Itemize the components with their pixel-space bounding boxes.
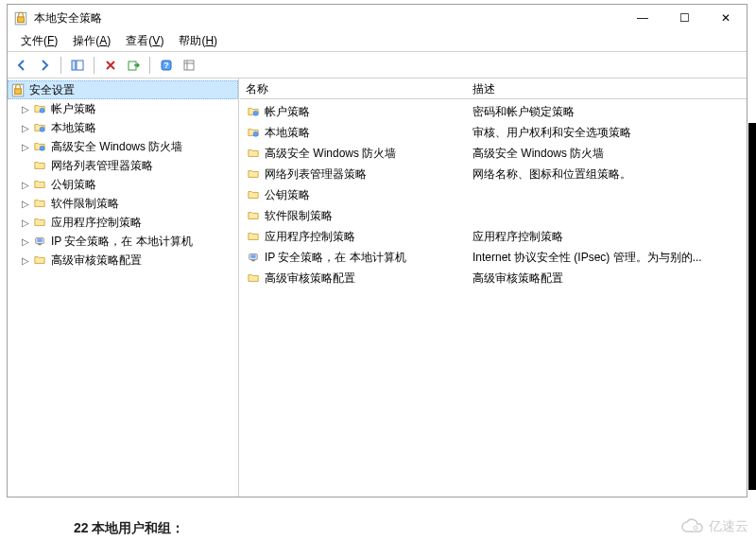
- svg-rect-7: [77, 61, 83, 70]
- ipsec-icon: [32, 234, 47, 249]
- list-cell-name: IP 安全策略，在 本地计算机: [240, 250, 467, 266]
- export-button[interactable]: [123, 55, 144, 76]
- folder-icon: [246, 208, 261, 223]
- policy-icon: [246, 125, 261, 140]
- tree-item[interactable]: ▷应用程序控制策略: [8, 213, 238, 232]
- folder-icon: [246, 229, 261, 244]
- chevron-right-icon[interactable]: ▷: [19, 123, 32, 133]
- properties-button[interactable]: [179, 55, 199, 76]
- tree-item[interactable]: ▷IP 安全策略，在 本地计算机: [8, 232, 238, 251]
- background-window-edge: [748, 123, 756, 490]
- list-row[interactable]: 帐户策略密码和帐户锁定策略: [240, 101, 747, 122]
- list-cell-desc: 网络名称、图标和位置组策略。: [467, 166, 747, 183]
- tree-root-label: 安全设置: [29, 82, 75, 98]
- tree-item[interactable]: 网络列表管理器策略: [8, 156, 238, 175]
- list-cell-desc: 高级安全 Windows 防火墙: [467, 146, 747, 162]
- list-row[interactable]: 应用程序控制策略应用程序控制策略: [240, 226, 747, 247]
- list-row[interactable]: 本地策略审核、用户权利和安全选项策略: [240, 122, 747, 143]
- watermark: 亿速云: [680, 518, 748, 535]
- tree-item-label: 软件限制策略: [51, 196, 119, 212]
- menu-action[interactable]: 操作(A): [65, 31, 118, 51]
- toolbar: ?: [8, 52, 747, 79]
- policy-icon: [32, 139, 47, 154]
- toolbar-separator: [94, 57, 94, 74]
- tree-item-label: 高级审核策略配置: [51, 253, 142, 269]
- toolbar-separator: [60, 57, 61, 74]
- folder-icon: [32, 177, 47, 192]
- cropped-text: 22 本地用户和组：: [74, 520, 184, 537]
- ipsec-icon: [246, 250, 261, 265]
- chevron-right-icon[interactable]: ▷: [19, 199, 32, 209]
- back-button[interactable]: [11, 55, 32, 76]
- tree-pane[interactable]: 安全设置 ▷帐户策略▷本地策略▷高级安全 Windows 防火墙网络列表管理器策…: [8, 79, 239, 497]
- tree-item[interactable]: ▷帐户策略: [8, 99, 238, 118]
- tree-item-label: 高级安全 Windows 防火墙: [51, 139, 182, 155]
- list-row[interactable]: 网络列表管理器策略网络名称、图标和位置组策略。: [240, 164, 747, 184]
- tree-item[interactable]: ▷高级审核策略配置: [8, 251, 238, 270]
- list-cell-name: 高级安全 Windows 防火墙: [240, 146, 467, 162]
- list-row[interactable]: IP 安全策略，在 本地计算机Internet 协议安全性 (IPsec) 管理…: [240, 247, 747, 268]
- list-row[interactable]: 公钥策略: [240, 184, 747, 205]
- tree-item-label: 本地策略: [51, 120, 96, 136]
- list-pane[interactable]: 名称 描述 帐户策略密码和帐户锁定策略本地策略审核、用户权利和安全选项策略高级安…: [239, 79, 747, 497]
- chevron-right-icon[interactable]: ▷: [19, 218, 32, 228]
- tree-item-label: 公钥策略: [51, 177, 96, 193]
- folder-icon: [32, 215, 47, 230]
- security-root-icon: [10, 82, 26, 97]
- delete-button[interactable]: [100, 55, 121, 76]
- list-cell-name: 高级审核策略配置: [240, 270, 467, 287]
- column-header-desc[interactable]: 描述: [467, 79, 747, 98]
- list-body: 帐户策略密码和帐户锁定策略本地策略审核、用户权利和安全选项策略高级安全 Wind…: [240, 99, 747, 290]
- folder-icon: [32, 158, 47, 173]
- folder-icon: [32, 196, 47, 211]
- tree-item[interactable]: ▷公钥策略: [8, 175, 238, 194]
- folder-icon: [246, 166, 261, 182]
- chevron-right-icon[interactable]: ▷: [19, 255, 32, 266]
- list-cell-desc: 审核、用户权利和安全选项策略: [467, 125, 747, 141]
- folder-icon: [32, 253, 47, 268]
- svg-rect-6: [72, 61, 76, 70]
- tree-item[interactable]: ▷软件限制策略: [8, 194, 238, 213]
- chevron-right-icon[interactable]: ▷: [19, 180, 32, 190]
- menu-file[interactable]: 文件(F): [13, 31, 65, 51]
- maximize-button[interactable]: ☐: [663, 5, 705, 31]
- list-cell-name: 本地策略: [240, 125, 467, 141]
- tree-root[interactable]: 安全设置: [8, 80, 238, 99]
- menu-view[interactable]: 查看(V): [118, 31, 171, 51]
- app-window: 本地安全策略 — ☐ ✕ 文件(F) 操作(A) 查看(V) 帮助(H) ? 安…: [7, 4, 747, 497]
- chevron-right-icon[interactable]: ▷: [19, 236, 32, 247]
- tree-item-label: IP 安全策略，在 本地计算机: [51, 234, 193, 250]
- menu-help[interactable]: 帮助(H): [171, 31, 225, 51]
- list-cell-desc: 应用程序控制策略: [467, 229, 747, 245]
- tree-item-label: 应用程序控制策略: [51, 215, 142, 231]
- help-button[interactable]: ?: [156, 55, 177, 76]
- tree-item[interactable]: ▷高级安全 Windows 防火墙: [8, 137, 238, 156]
- policy-icon: [32, 101, 47, 116]
- menubar: 文件(F) 操作(A) 查看(V) 帮助(H): [8, 31, 747, 52]
- close-button[interactable]: ✕: [705, 5, 747, 31]
- app-icon: [13, 10, 28, 26]
- folder-icon: [246, 270, 261, 286]
- toolbar-separator: [149, 57, 150, 74]
- list-row[interactable]: 软件限制策略: [240, 205, 747, 226]
- folder-icon: [246, 146, 261, 161]
- list-cell-name: 应用程序控制策略: [240, 229, 467, 245]
- list-cell-name: 网络列表管理器策略: [240, 166, 467, 183]
- list-cell-name: 帐户策略: [240, 104, 467, 120]
- show-hide-tree-button[interactable]: [67, 55, 88, 76]
- list-header: 名称 描述: [240, 79, 747, 99]
- tree-item[interactable]: ▷本地策略: [8, 118, 238, 137]
- policy-icon: [32, 120, 47, 135]
- minimize-button[interactable]: —: [622, 5, 663, 31]
- list-row[interactable]: 高级安全 Windows 防火墙高级安全 Windows 防火墙: [240, 143, 747, 164]
- list-row[interactable]: 高级审核策略配置高级审核策略配置: [240, 268, 747, 288]
- chevron-right-icon[interactable]: ▷: [19, 104, 32, 114]
- column-header-name[interactable]: 名称: [240, 79, 467, 98]
- forward-button[interactable]: [34, 55, 55, 76]
- list-cell-desc: Internet 协议安全性 (IPsec) 管理。为与别的...: [467, 250, 747, 266]
- tree-item-label: 帐户策略: [51, 101, 96, 117]
- svg-point-14: [694, 526, 697, 530]
- chevron-right-icon[interactable]: ▷: [19, 142, 32, 152]
- content-area: 安全设置 ▷帐户策略▷本地策略▷高级安全 Windows 防火墙网络列表管理器策…: [8, 79, 747, 497]
- list-cell-name: 软件限制策略: [240, 208, 467, 224]
